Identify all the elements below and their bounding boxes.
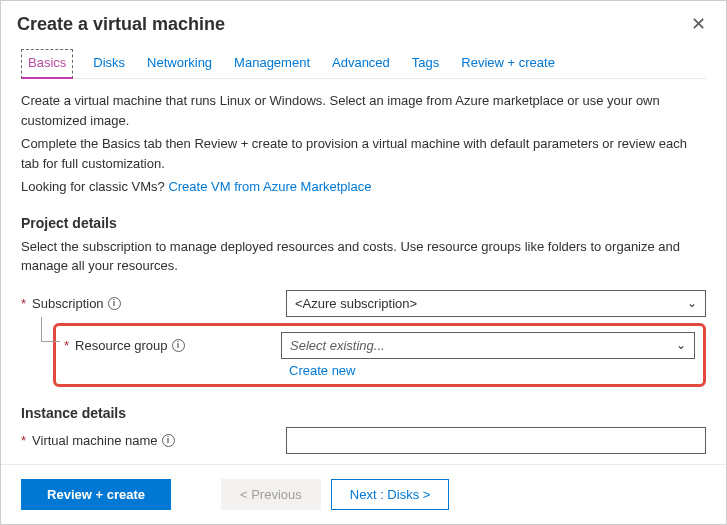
vm-name-input[interactable] xyxy=(286,427,706,454)
intro-text-2: Complete the Basics tab then Review + cr… xyxy=(21,134,706,173)
vm-name-label: * Virtual machine name i xyxy=(21,433,286,448)
create-new-link[interactable]: Create new xyxy=(289,363,355,378)
instance-details-heading: Instance details xyxy=(21,405,706,421)
marketplace-link[interactable]: Create VM from Azure Marketplace xyxy=(168,179,371,194)
resource-group-label: * Resource group i xyxy=(56,338,281,353)
tab-management[interactable]: Management xyxy=(232,49,312,78)
required-icon: * xyxy=(21,433,26,448)
chevron-down-icon: ⌄ xyxy=(687,296,697,310)
intro-text-3: Looking for classic VMs? Create VM from … xyxy=(21,177,706,197)
resource-group-highlight: * Resource group i Select existing... ⌄ … xyxy=(53,323,706,387)
subscription-row: * Subscription i <Azure subscription> ⌄ xyxy=(21,290,706,317)
resource-group-row: * Resource group i Select existing... ⌄ xyxy=(56,332,695,359)
chevron-down-icon: ⌄ xyxy=(676,338,686,352)
panel-header: Create a virtual machine ✕ xyxy=(1,1,726,45)
subscription-select[interactable]: <Azure subscription> ⌄ xyxy=(286,290,706,317)
previous-button: < Previous xyxy=(221,479,321,510)
subscription-label: * Subscription i xyxy=(21,296,286,311)
resource-group-select[interactable]: Select existing... ⌄ xyxy=(281,332,695,359)
intro-text-1: Create a virtual machine that runs Linux… xyxy=(21,91,706,130)
tab-disks[interactable]: Disks xyxy=(91,49,127,78)
page-title: Create a virtual machine xyxy=(17,14,225,35)
info-icon[interactable]: i xyxy=(108,297,121,310)
tab-review-create[interactable]: Review + create xyxy=(459,49,557,78)
tab-networking[interactable]: Networking xyxy=(145,49,214,78)
close-icon[interactable]: ✕ xyxy=(687,11,710,37)
content-scroll: Basics Disks Networking Management Advan… xyxy=(1,43,726,464)
required-icon: * xyxy=(64,338,69,353)
review-create-button[interactable]: Review + create xyxy=(21,479,171,510)
intro-prefix: Looking for classic VMs? xyxy=(21,179,168,194)
resource-group-placeholder: Select existing... xyxy=(290,338,385,353)
project-details-desc: Select the subscription to manage deploy… xyxy=(21,237,706,276)
tab-bar: Basics Disks Networking Management Advan… xyxy=(21,49,706,79)
vm-name-row: * Virtual machine name i xyxy=(21,427,706,454)
next-button[interactable]: Next : Disks > xyxy=(331,479,450,510)
tab-advanced[interactable]: Advanced xyxy=(330,49,392,78)
tab-basics[interactable]: Basics xyxy=(21,49,73,79)
info-icon[interactable]: i xyxy=(162,434,175,447)
subscription-value: <Azure subscription> xyxy=(295,296,417,311)
info-icon[interactable]: i xyxy=(172,339,185,352)
tab-tags[interactable]: Tags xyxy=(410,49,441,78)
footer-bar: Review + create < Previous Next : Disks … xyxy=(1,464,726,524)
project-details-heading: Project details xyxy=(21,215,706,231)
required-icon: * xyxy=(21,296,26,311)
